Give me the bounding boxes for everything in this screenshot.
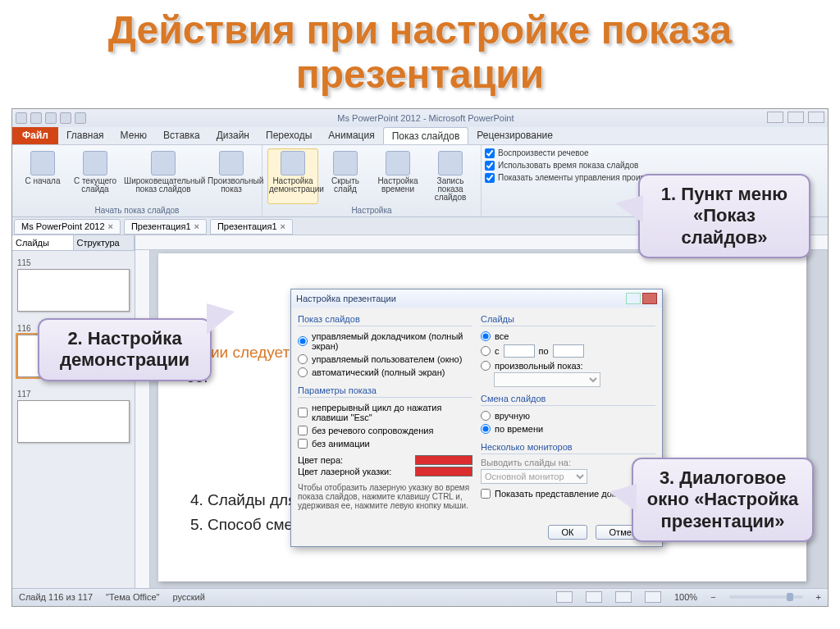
custom-show-select[interactable] <box>494 372 600 387</box>
fieldset-title: Слайды <box>481 314 655 326</box>
monitor-select[interactable]: Основной монитор <box>481 469 587 484</box>
check-loop[interactable]: непрерывный цикл до нажатия клавиши "Esc… <box>298 401 472 424</box>
close-icon[interactable] <box>808 112 824 123</box>
setup-icon <box>281 151 305 175</box>
from-start-button[interactable]: С начала <box>17 148 68 196</box>
vertical-ruler <box>135 250 150 588</box>
tab-transitions[interactable]: Переходы <box>258 127 320 144</box>
check-no-animation[interactable]: без анимации <box>298 437 472 450</box>
close-doc-icon[interactable]: × <box>281 221 285 231</box>
doc-tab[interactable]: Ms PowerPoint 2012× <box>14 219 121 235</box>
custom-show-button[interactable]: Произвольный показ <box>206 148 257 196</box>
fieldset-title: Смена слайдов <box>481 394 655 406</box>
panel-tab-slides[interactable]: Слайды <box>12 235 74 250</box>
fieldset-title: Параметры показа <box>298 385 472 398</box>
doc-tab[interactable]: Презентация1× <box>210 219 293 235</box>
close-doc-icon[interactable]: × <box>108 221 113 231</box>
page-title: Действия при настройке показа презентаци… <box>0 0 840 108</box>
zoom-value[interactable]: 100% <box>674 592 697 602</box>
ribbon-tabs: Файл Главная Меню Вставка Дизайн Переход… <box>12 127 828 145</box>
check-no-narration[interactable]: без речевого сопровождения <box>298 424 472 437</box>
to-slide-input[interactable] <box>553 344 584 358</box>
zoom-slider[interactable] <box>729 595 803 599</box>
tab-animation[interactable]: Анимация <box>320 127 382 144</box>
projector-icon <box>30 151 55 175</box>
view-sorter-icon[interactable] <box>586 591 602 603</box>
ribbon-group-label: Настройка <box>267 206 476 215</box>
record-icon <box>438 151 463 175</box>
slide-thumb[interactable]: 115 <box>17 254 130 312</box>
window-titlebar: Ms PowerPoint 2012 - Microsoft PowerPoin… <box>12 109 828 127</box>
broadcast-icon <box>151 151 176 175</box>
radio-manual-advance[interactable]: вручную <box>481 409 655 422</box>
dialog-help-icon[interactable] <box>626 293 641 304</box>
maximize-icon[interactable] <box>788 112 804 123</box>
use-timings-check[interactable]: Использовать время показа слайдов <box>485 161 685 171</box>
slides-panel: Слайды Структура 115 116 117 <box>12 235 135 588</box>
dialog-title: Настройка презентации <box>296 294 396 303</box>
status-slide-counter: Слайд 116 из 117 <box>19 592 93 602</box>
status-theme: "Тема Office" <box>106 592 159 602</box>
window-title: Ms PowerPoint 2012 - Microsoft PowerPoin… <box>86 113 765 123</box>
qat-undo-icon[interactable] <box>30 112 42 124</box>
setup-presentation-dialog: Настройка презентации Показ слайдов упра… <box>290 289 663 547</box>
view-reading-icon[interactable] <box>615 591 632 603</box>
hide-slide-icon <box>333 151 358 175</box>
ribbon-group-setup: Настройка демонстрации Скрыть слайд Наст… <box>262 145 482 217</box>
fieldset-title: Несколько мониторов <box>481 442 655 454</box>
radio-presenter[interactable]: управляемый докладчиком (полный экран) <box>298 330 472 353</box>
pen-color-picker[interactable] <box>415 455 472 465</box>
rehearse-timings-button[interactable]: Настройка времени <box>372 148 423 204</box>
callout-3: 3. Диалоговое окно «Настройка презентаци… <box>632 458 814 542</box>
radio-auto[interactable]: автоматический (полный экран) <box>298 366 472 379</box>
fieldset-title: Показ слайдов <box>298 314 472 326</box>
slide-thumb[interactable]: 117 <box>17 385 130 443</box>
tab-review[interactable]: Рецензирование <box>468 127 561 144</box>
view-slideshow-icon[interactable] <box>645 591 661 603</box>
tab-insert[interactable]: Вставка <box>155 127 208 144</box>
radio-all-slides[interactable]: все <box>481 330 655 343</box>
status-bar: Слайд 116 из 117 "Тема Office" русский 1… <box>12 588 828 606</box>
qat-open-icon[interactable] <box>75 112 86 124</box>
dialog-titlebar: Настройка презентации <box>291 289 662 308</box>
callout-2: 2. Настройка демонстрации <box>38 318 212 381</box>
qat-save-icon[interactable] <box>16 112 27 124</box>
tab-menu[interactable]: Меню <box>112 127 155 144</box>
radio-range-slides[interactable]: с по <box>481 343 655 359</box>
tab-home[interactable]: Главная <box>58 127 112 144</box>
custom-show-icon <box>219 151 244 175</box>
clock-icon <box>386 151 410 175</box>
tab-file[interactable]: Файл <box>12 127 58 144</box>
dialog-close-icon[interactable] <box>642 293 657 304</box>
panel-tab-outline[interactable]: Структура <box>74 235 135 250</box>
minimize-icon[interactable] <box>767 112 783 123</box>
ok-button[interactable]: ОК <box>548 525 588 540</box>
ribbon-group-label: Начать показ слайдов <box>17 206 257 215</box>
qat-new-icon[interactable] <box>60 112 71 124</box>
callout-1: 1. Пункт меню «Показ слайдов» <box>638 174 810 258</box>
tab-slideshow[interactable]: Показ слайдов <box>383 127 469 144</box>
from-slide-input[interactable] <box>504 344 535 358</box>
qat-redo-icon[interactable] <box>45 112 57 124</box>
radio-custom-show[interactable]: произвольный показ: <box>481 359 655 372</box>
view-normal-icon[interactable] <box>556 591 573 603</box>
pen-color-label: Цвет пера: <box>298 455 343 465</box>
record-slideshow-button[interactable]: Запись показа слайдов <box>425 148 476 204</box>
quick-access-toolbar[interactable] <box>16 112 86 124</box>
hide-slide-button[interactable]: Скрыть слайд <box>320 148 371 204</box>
monitor-label: Выводить слайды на: <box>481 458 655 467</box>
tab-design[interactable]: Дизайн <box>208 127 258 144</box>
radio-user[interactable]: управляемый пользователем (окно) <box>298 353 472 366</box>
projector-icon <box>83 151 107 175</box>
status-language[interactable]: русский <box>172 592 204 602</box>
doc-tab[interactable]: Презентация1× <box>124 219 207 235</box>
laser-color-picker[interactable] <box>415 467 472 476</box>
laser-color-label: Цвет лазерной указки: <box>298 467 391 476</box>
close-doc-icon[interactable]: × <box>194 221 199 231</box>
radio-timed-advance[interactable]: по времени <box>481 422 655 435</box>
dialog-hint: Чтобы отобразить лазерную указку во врем… <box>298 483 472 510</box>
from-current-button[interactable]: С текущего слайда <box>70 148 121 196</box>
broadcast-button[interactable]: Широковещательный показ слайдов <box>122 148 204 196</box>
play-narrations-check[interactable]: Воспроизвести речевое <box>485 148 685 158</box>
setup-slideshow-button[interactable]: Настройка демонстрации <box>267 148 318 204</box>
